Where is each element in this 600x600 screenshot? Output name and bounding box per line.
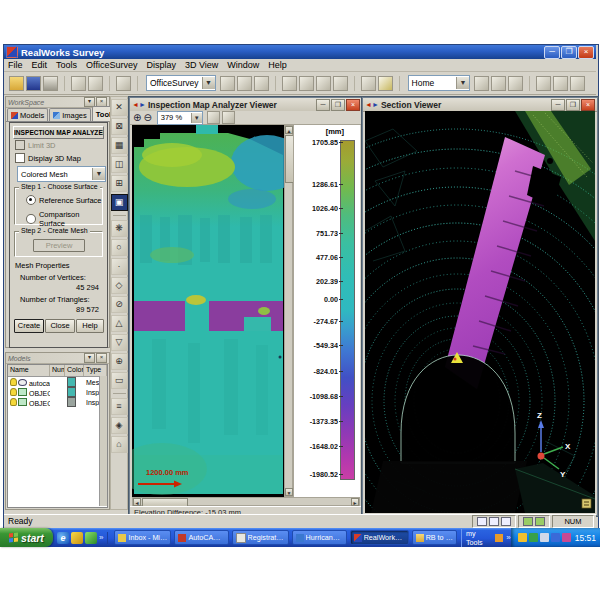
menu-file[interactable]: File: [8, 60, 23, 70]
section-3d-canvas[interactable]: Z X Y: [365, 111, 595, 513]
restore-button[interactable]: ❐: [561, 46, 577, 59]
scroll-left-icon[interactable]: ◄: [133, 498, 141, 506]
help-button[interactable]: Help: [76, 319, 104, 333]
split-horizontal-icon[interactable]: [489, 517, 499, 526]
comparison-surface-radio[interactable]: Comparison Surface: [26, 210, 107, 228]
table-row[interactable]: OBJECT... Inspectio: [8, 387, 107, 397]
vtool-clock-icon[interactable]: ○: [111, 239, 128, 256]
bulb-icon[interactable]: [10, 378, 17, 386]
workflow-combo[interactable]: OfficeSurvey ▼: [146, 75, 216, 91]
table-row[interactable]: autocad... Mesh: [8, 377, 107, 387]
task-inbox[interactable]: Inbox - Microsof...: [114, 530, 171, 545]
checkbox-icon[interactable]: [15, 153, 25, 163]
mesh-mode-combo[interactable]: Colored Mesh ▼: [17, 166, 106, 182]
menu-tools[interactable]: Tools: [56, 60, 77, 70]
vtool-section-icon[interactable]: ◫: [111, 156, 128, 173]
save-icon[interactable]: [26, 76, 41, 91]
restore-button[interactable]: ❐: [331, 99, 345, 111]
zoom-out-icon[interactable]: ⊖: [143, 112, 151, 124]
vtool-forbid-icon[interactable]: ⊘: [111, 296, 128, 313]
zoom-in-icon[interactable]: ⊕: [133, 112, 141, 124]
vtool-ellipse-icon[interactable]: ◇: [111, 277, 128, 294]
ie-icon[interactable]: e: [57, 532, 69, 544]
my-tools-toolbar[interactable]: my Tools »: [461, 529, 511, 547]
split-vertical-icon[interactable]: [501, 517, 511, 526]
task-rbtopb[interactable]: RB to PB: [412, 530, 457, 545]
rotate-icon[interactable]: [299, 76, 314, 91]
scroll-up-icon[interactable]: ▲: [285, 126, 293, 134]
close-icon[interactable]: ×: [96, 353, 107, 363]
tray-network-icon[interactable]: [551, 533, 560, 542]
minimize-button[interactable]: ─: [544, 46, 560, 59]
vtool-home-icon[interactable]: ⌂: [111, 436, 128, 453]
frames-icon[interactable]: [508, 76, 523, 91]
chevron-down-icon[interactable]: ▼: [92, 168, 105, 180]
close-button[interactable]: ×: [346, 99, 360, 111]
undo-icon[interactable]: [71, 76, 86, 91]
tab-models[interactable]: Models: [7, 108, 48, 121]
task-registration[interactable]: Registration Rep...: [232, 530, 289, 545]
vtool-grid-icon[interactable]: ▦: [111, 137, 128, 154]
scroll-right-icon[interactable]: ►: [351, 498, 359, 506]
chevron-down-icon[interactable]: ▼: [202, 77, 215, 89]
map-vertical-scrollbar[interactable]: ▲ ▼: [284, 125, 293, 497]
task-autocad[interactable]: AutoCAD 2002: [174, 530, 228, 545]
create-button[interactable]: Create: [14, 319, 44, 333]
tray-volume-icon[interactable]: [540, 533, 549, 542]
vtool-dot-icon[interactable]: ·: [111, 258, 128, 275]
map-horizontal-scrollbar[interactable]: ◄ ►: [132, 497, 360, 506]
vtool-target-icon[interactable]: ⊕: [111, 353, 128, 370]
vtool-gem-icon[interactable]: ◈: [111, 417, 128, 434]
scroll-down-icon[interactable]: ▼: [285, 488, 293, 496]
radio-icon[interactable]: [26, 214, 36, 224]
measure-icon[interactable]: [282, 76, 297, 91]
bulb-icon[interactable]: [10, 388, 17, 396]
vtool-box-icon[interactable]: ▭: [111, 372, 128, 389]
radio-icon[interactable]: [26, 195, 36, 205]
chevron-down-icon[interactable]: ▼: [191, 113, 202, 123]
target-combo[interactable]: Home ▼: [408, 75, 470, 91]
split-icon[interactable]: [570, 76, 585, 91]
cascade-icon[interactable]: [553, 76, 568, 91]
render-icon[interactable]: [361, 76, 376, 91]
single-view-icon[interactable]: [477, 517, 487, 526]
vtool-fence-icon[interactable]: ⊠: [111, 118, 128, 135]
vtool-mesh-icon[interactable]: ⊞: [111, 175, 128, 192]
display-3d-map-checkbox[interactable]: Display 3D Map: [15, 153, 81, 163]
fit-view-icon[interactable]: [222, 111, 235, 124]
task-realworks[interactable]: RealWorks Survey: [350, 530, 409, 545]
print-icon[interactable]: [43, 76, 58, 91]
models-titlebar[interactable]: Models ▾ ×: [6, 353, 109, 364]
bulb-icon[interactable]: [10, 398, 17, 406]
segment-icon[interactable]: [237, 76, 252, 91]
vtool-select-icon[interactable]: ✕: [111, 99, 128, 116]
eye-icon[interactable]: [18, 379, 27, 386]
table-row[interactable]: OBJECT... Inspectio: [8, 397, 107, 407]
edit-icon[interactable]: [378, 76, 393, 91]
menu-edit[interactable]: Edit: [32, 60, 48, 70]
close-button[interactable]: ×: [581, 99, 595, 111]
close-button[interactable]: ×: [578, 46, 594, 59]
tab-images[interactable]: Images: [49, 108, 91, 121]
app-titlebar[interactable]: RealWorks Survey ─ ❐ ×: [4, 45, 596, 59]
vtool-poly2-icon[interactable]: ▽: [111, 334, 128, 351]
redo-icon[interactable]: [88, 76, 103, 91]
reference-surface-radio[interactable]: Reference Surface: [26, 195, 107, 205]
vtool-flower-icon[interactable]: ❋: [111, 220, 128, 237]
pin-icon[interactable]: ▾: [84, 353, 95, 363]
link-icon[interactable]: [535, 517, 545, 526]
refresh-icon[interactable]: [116, 76, 131, 91]
zoom-level-combo[interactable]: 379 % ▼: [157, 111, 203, 125]
pan-view-icon[interactable]: [207, 111, 220, 124]
tile-icon[interactable]: [536, 76, 551, 91]
minimize-button[interactable]: ─: [316, 99, 330, 111]
menu-officesurvey[interactable]: OfficeSurvey: [86, 60, 137, 70]
pan-icon[interactable]: [316, 76, 331, 91]
models-scrollbar[interactable]: [99, 376, 107, 506]
tray-antivirus-icon[interactable]: [529, 533, 538, 542]
close-button[interactable]: Close: [45, 319, 75, 333]
vtool-inspect-icon[interactable]: ▣: [111, 194, 128, 211]
sync-icon[interactable]: [523, 517, 533, 526]
layers-icon[interactable]: [491, 76, 506, 91]
show-desktop-icon[interactable]: [85, 532, 97, 544]
